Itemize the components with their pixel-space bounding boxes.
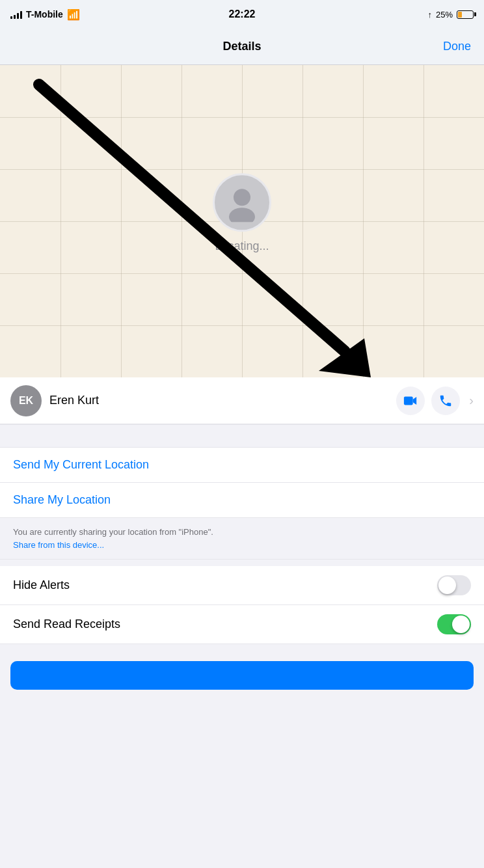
send-read-receipts-toggle[interactable]: [437, 614, 471, 634]
svg-point-0: [234, 189, 250, 206]
video-icon: [403, 394, 418, 408]
status-left: T-Mobile 📶: [10, 8, 80, 21]
signal-bar-1: [10, 16, 12, 19]
grid-v-7: [424, 65, 424, 377]
done-button[interactable]: Done: [443, 40, 471, 53]
video-call-button[interactable]: [396, 387, 425, 415]
phone-icon: [438, 394, 453, 408]
signal-bars: [10, 10, 22, 19]
nav-bar: Details Done: [0, 29, 484, 65]
locating-text: Locating...: [215, 239, 269, 253]
signal-bar-2: [14, 15, 16, 19]
location-info-item: You are currently sharing your location …: [0, 518, 484, 560]
svg-point-1: [229, 208, 255, 222]
send-read-receipts-label: Send Read Receipts: [13, 617, 120, 631]
hide-alerts-row: Hide Alerts: [0, 566, 484, 605]
bottom-button[interactable]: [10, 661, 474, 690]
share-from-device-link[interactable]: Share from this device...: [13, 540, 471, 550]
bottom-area: [0, 651, 484, 700]
status-time: 22:22: [229, 8, 256, 20]
contact-initials: EK: [19, 395, 33, 407]
send-current-location-item[interactable]: Send My Current Location: [0, 448, 484, 483]
send-read-receipts-knob: [452, 616, 470, 633]
battery-fill: [458, 12, 462, 18]
battery-icon: [457, 10, 474, 19]
phone-call-button[interactable]: [431, 387, 460, 415]
signal-bar-4: [20, 11, 22, 19]
signal-bar-3: [17, 13, 19, 19]
hide-alerts-toggle[interactable]: [437, 575, 471, 595]
separator-section: [0, 424, 484, 448]
hide-alerts-knob: [438, 576, 456, 594]
send-current-location-label: Send My Current Location: [13, 458, 149, 471]
map-area: Locating...: [0, 65, 484, 377]
grid-v-2: [121, 65, 122, 377]
separator-section-2: [0, 560, 484, 566]
svg-rect-4: [404, 396, 413, 405]
nav-title: Details: [222, 40, 261, 53]
chevron-right-icon[interactable]: ›: [469, 393, 474, 408]
grid-v-1: [60, 65, 61, 377]
battery-percent: 25%: [436, 10, 453, 20]
status-bar: T-Mobile 📶 22:22 ↑ 25%: [0, 0, 484, 29]
grid-v-6: [363, 65, 364, 377]
wifi-icon: 📶: [67, 8, 80, 21]
location-info-text: You are currently sharing your location …: [13, 527, 213, 537]
grid-v-5: [302, 65, 303, 377]
hide-alerts-label: Hide Alerts: [13, 578, 70, 592]
location-arrow-icon: ↑: [427, 10, 432, 20]
map-center-content: Locating...: [213, 173, 271, 253]
contact-row: EK Eren Kurt ›: [0, 377, 484, 424]
avatar-silhouette-icon: [222, 183, 262, 222]
list-section: Send My Current Location Share My Locati…: [0, 448, 484, 560]
share-location-label: Share My Location: [13, 493, 111, 506]
contact-name: Eren Kurt: [49, 394, 388, 407]
status-right: ↑ 25%: [427, 10, 474, 20]
share-location-item[interactable]: Share My Location: [0, 483, 484, 518]
carrier-name: T-Mobile: [26, 9, 63, 20]
contact-avatar-map: [213, 173, 271, 232]
grid-v-3: [182, 65, 182, 377]
contact-avatar-initials: EK: [10, 385, 42, 416]
contact-actions: ›: [396, 387, 474, 415]
send-read-receipts-row: Send Read Receipts: [0, 605, 484, 644]
